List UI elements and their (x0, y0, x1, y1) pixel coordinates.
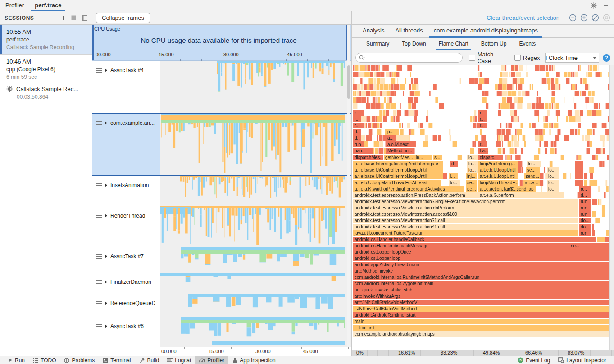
expand-arrow-icon[interactable] (105, 255, 107, 258)
flame-frame[interactable]: r... (353, 123, 361, 128)
flame-frame[interactable]: han... (353, 148, 363, 154)
flame-frame[interactable]: a... (386, 135, 396, 141)
thread-activity-chart[interactable] (160, 176, 345, 206)
zoom-in-icon[interactable] (580, 14, 588, 22)
add-session-icon[interactable] (60, 15, 66, 21)
subtab-top-down[interactable]: Top Down (396, 41, 432, 50)
drag-handle-icon[interactable] (96, 253, 102, 259)
thread-label-cell[interactable]: FinalizerDaemon (92, 273, 160, 294)
expand-arrow-icon[interactable] (105, 214, 107, 218)
flame-frame[interactable]: loopMainThreadF... (478, 180, 518, 186)
flame-frame[interactable]: com.android.internal.os.RuntimeInit$Meth… (353, 274, 609, 280)
flame-frame[interactable]: r... (478, 116, 487, 122)
flame-frame[interactable]: run (579, 205, 592, 211)
flame-frame[interactable]: lo... (547, 167, 559, 173)
match-case-checkbox[interactable]: Match Case (469, 51, 508, 64)
flame-frame[interactable]: androidx.test.espresso.ViewInteraction.d… (353, 205, 578, 211)
flame-frame[interactable]: android.app.ActivityThread.main (353, 262, 609, 268)
expand-arrow-icon[interactable] (105, 280, 107, 284)
flame-frame[interactable]: lo... (527, 161, 539, 167)
statusbar-item-app-inspection[interactable]: App Inspection (228, 356, 279, 364)
match-case-box[interactable] (469, 55, 475, 61)
flame-frame[interactable]: android.os.Looper.loopOnce (353, 249, 609, 255)
flame-frame[interactable] (597, 237, 605, 242)
drag-handle-icon[interactable] (96, 323, 102, 329)
session-child-recording[interactable]: Callstack Sample Rec... (6, 86, 87, 92)
flame-frame[interactable]: r... (353, 110, 361, 116)
flame-frame[interactable]: ne... (569, 243, 609, 249)
flame-frame[interactable]: in... (414, 155, 432, 160)
drag-handle-icon[interactable] (96, 120, 102, 126)
statusbar-item-run[interactable]: Run (4, 356, 29, 364)
expand-arrow-icon[interactable] (105, 68, 107, 72)
flame-frame[interactable]: p... (386, 129, 400, 135)
flame-frame[interactable]: d (450, 161, 458, 167)
flame-scrollbar[interactable] (609, 65, 614, 350)
flame-frame[interactable] (592, 211, 596, 217)
flame-frame[interactable]: s... (433, 155, 443, 160)
flame-frame[interactable]: dispatc... (478, 155, 503, 160)
flame-frame[interactable]: ha... (478, 148, 488, 154)
minimize-icon[interactable] (603, 3, 609, 8)
flame-frame[interactable] (575, 180, 584, 186)
flame-frame[interactable]: run (579, 230, 592, 236)
flame-frame[interactable]: run (353, 141, 361, 147)
flame-frame[interactable]: androidx.test.espresso.ViewInteraction.a… (353, 211, 578, 217)
flame-frame[interactable]: main (353, 318, 609, 324)
statusbar-item-logcat[interactable]: Logcat (163, 356, 195, 364)
flame-frame[interactable]: d... (579, 192, 592, 198)
clear-selection-link[interactable]: Clear thread/event selection (487, 14, 559, 21)
thread-label-cell[interactable]: AsyncTask #6 (92, 317, 160, 341)
tab-analysis[interactable]: Analysis (357, 27, 390, 37)
statusbar-item-event-log[interactable]: 5Event Log (514, 356, 554, 364)
flame-frame[interactable]: do... (579, 224, 592, 230)
flame-frame[interactable]: r... (478, 110, 487, 116)
thread-label-cell[interactable]: com.example.an... (92, 114, 160, 175)
collapse-panel-icon[interactable] (82, 15, 87, 21)
session-item[interactable]: 10:46 AMcpp (Google Pixel 6)6 min 59 sec… (0, 55, 92, 104)
thread-label-cell[interactable]: AsyncTask #4 (92, 61, 160, 113)
flame-frame[interactable]: se... (466, 180, 478, 186)
flame-frame[interactable]: androidx.test.espresso.ViewInteraction$1… (353, 218, 578, 223)
stop-session-icon[interactable] (71, 15, 76, 20)
thread-label-cell[interactable]: RenderThread (92, 206, 160, 247)
flame-frame[interactable]: art::InvokeWithVarArgs (353, 293, 609, 299)
flame-frame[interactable]: a.o.M.next (386, 141, 414, 147)
flame-frame[interactable]: android.os.Handler.dispatchMessage (353, 243, 566, 249)
flame-frame[interactable]: lo... (547, 180, 559, 186)
flame-frame[interactable]: pe... (466, 186, 478, 192)
flame-frame[interactable]: android::AndroidRuntime::start (353, 312, 609, 318)
flame-frame[interactable]: dispatchMes... (353, 155, 383, 160)
title-tab-perf-trace[interactable]: perf.trace (29, 0, 67, 11)
thread-label-cell[interactable]: AsyncTask #7 (92, 247, 160, 273)
flame-frame[interactable]: send... (524, 173, 540, 179)
flame-frame[interactable]: run (579, 211, 592, 217)
flame-frame[interactable]: a.t.e.a.K.waitForPendingForegroundActivi… (353, 186, 465, 192)
drag-handle-icon[interactable] (96, 213, 102, 219)
thread-label-cell[interactable]: InsetsAnimation (92, 176, 160, 206)
drag-handle-icon[interactable] (96, 67, 102, 73)
flame-frame[interactable]: art::JNI::CallStaticVoidMethodV (353, 300, 609, 305)
thread-activity-chart[interactable] (160, 294, 345, 316)
flame-frame[interactable]: a.t.e.base.UiControllerImpl.loopUntil (353, 173, 443, 179)
flame-frame[interactable]: android.os.Looper.loop (353, 255, 609, 261)
subtab-bottom-up[interactable]: Bottom Up (475, 41, 513, 50)
flame-frame[interactable]: d... (353, 129, 361, 135)
expand-arrow-icon[interactable] (105, 121, 107, 125)
statusbar-item-terminal[interactable]: Terminal (99, 356, 135, 364)
collapse-frames-button[interactable]: Collapse frames (96, 13, 150, 23)
search-icon[interactable] (359, 55, 366, 61)
flame-frame[interactable]: run (579, 199, 592, 205)
zoom-out-icon[interactable] (569, 14, 577, 22)
flame-frame[interactable]: a.t.e.b.U.loopUntil (478, 173, 518, 179)
flame-frame[interactable]: Method_in... (386, 148, 413, 154)
flame-frame[interactable]: a.t.e.base.Interrogator.loopAndInterroga… (353, 161, 443, 167)
flame-frame[interactable]: se... (526, 167, 540, 173)
statusbar-item-problems[interactable]: Problems (60, 356, 99, 364)
statusbar-item-build[interactable]: Build (135, 356, 164, 364)
flame-frame[interactable]: com.example.android.displayingbitmaps (353, 331, 609, 337)
search-box[interactable] (355, 53, 463, 63)
flame-frame[interactable]: getNextMes... (384, 155, 414, 160)
threads-scrollbar[interactable] (347, 25, 350, 347)
flame-frame[interactable]: a.t.e.b.U.loopUntil (478, 167, 518, 173)
